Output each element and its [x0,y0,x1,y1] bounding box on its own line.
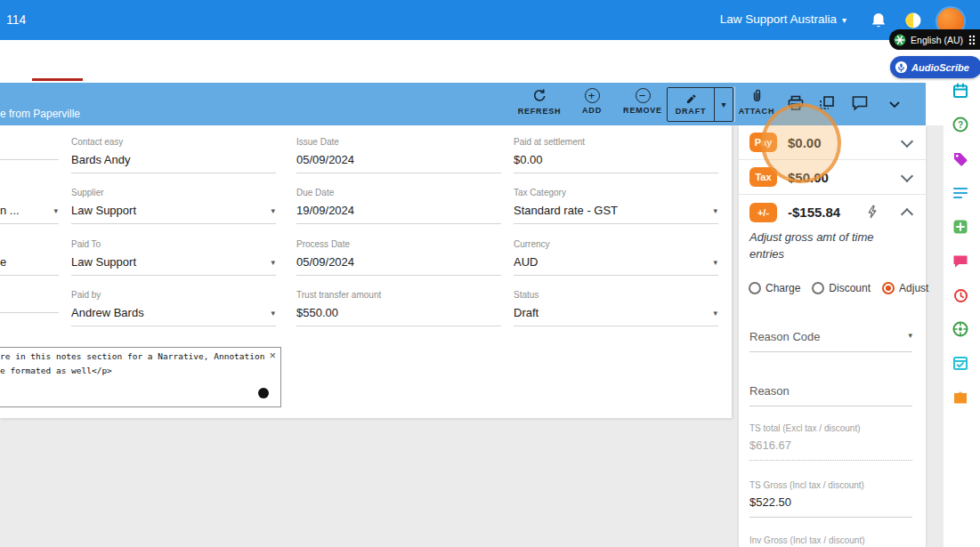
field-value[interactable]: Bards Andy [71,149,276,173]
adjustment-badge: +/- [749,203,777,222]
field-value[interactable]: Law Support ▾ [71,252,276,276]
draft-status-button[interactable]: DRAFT [668,88,714,121]
field-value[interactable]: $0.00 [514,149,718,173]
ts-total-field: TS total (Excl tax / discount) $616.67 [749,423,912,461]
add-button[interactable]: + ADD [575,88,609,115]
field-label: Paid To [71,239,276,252]
calendar-icon[interactable] [952,82,969,100]
field-label: Due Date [296,188,501,200]
radio-charge[interactable]: Charge [749,282,800,294]
field-value[interactable]: AUD ▾ [514,252,718,276]
field-cut-3: e [0,239,59,276]
history-icon[interactable] [952,286,969,304]
field-value[interactable] [0,302,59,313]
field-due-date: Due Date 19/09/2024 [296,188,501,224]
language-label: English (AU) [911,35,963,45]
radio-discount[interactable]: Discount [812,282,871,294]
attach-label: ATTACH [739,107,774,116]
field-process-date: Process Date 05/09/2024 [296,239,501,276]
chevron-down-icon: ▾ [721,100,725,109]
refresh-button[interactable]: REFRESH [514,88,564,116]
drag-grid-icon[interactable] [968,34,976,46]
notes-lines-icon[interactable] [952,184,969,202]
dropdown-caret-icon: ▾ [271,309,275,318]
attach-button[interactable]: ATTACH [736,88,777,116]
theme-toggle-moon-icon[interactable] [904,12,922,29]
dropdown-caret-icon: ▾ [713,258,717,267]
adjustment-summary-row[interactable]: +/- -$155.84 [739,195,926,229]
field-cut-2: n ... ▾ [0,188,59,224]
field-value[interactable] [0,149,59,160]
field-value[interactable]: Andrew Bards ▾ [71,302,276,326]
audioscribe-button[interactable]: AudioScribe [890,56,980,78]
app-root: NEW DETAIL e from Paperville REFRESH + A… [0,0,980,547]
reason-code-value[interactable]: Reason Code ▾ [749,330,912,352]
refresh-label: REFRESH [518,107,562,116]
refresh-icon [531,88,547,104]
field-trust-transfer-amount: Trust transfer amount $550.00 [296,290,501,326]
draft-status-split-button[interactable]: DRAFT ▾ [667,87,733,122]
tax-summary-row[interactable]: Tax $50.00 [739,160,926,195]
adjustment-amount: -$155.84 [788,205,840,220]
field-value[interactable]: $550.00 [296,302,501,326]
flip-to-front-icon[interactable] [818,94,836,112]
ts-total-value: $616.67 [749,438,912,461]
flash-icon[interactable] [865,205,879,219]
print-icon[interactable] [787,94,805,112]
radio-icon [749,282,761,294]
notes-editor[interactable]: re in this notes section for a Narrative… [0,347,281,407]
reason-value[interactable]: Reason [749,384,912,406]
notes-line-1: re in this notes section for a Narrative… [0,348,280,362]
field-label [0,290,59,302]
pay-amount: $0.00 [788,135,822,150]
field-paid-by: Paid by Andrew Bards ▾ [71,290,276,326]
resize-handle-dot[interactable] [258,388,269,398]
help-icon[interactable]: ? [952,116,969,133]
remove-icon: − [636,88,651,103]
field-value[interactable]: 05/09/2024 [296,252,501,276]
field-value[interactable]: 19/09/2024 [296,200,501,224]
field-value[interactable]: Law Support ▾ [71,200,276,224]
close-icon[interactable]: × [269,350,276,362]
schedule-check-icon[interactable] [952,354,969,372]
field-status: Status Draft ▾ [514,290,718,326]
field-label: Trust transfer amount [296,290,501,302]
field-value[interactable]: Standard rate - GST ▾ [514,200,718,224]
radio-label: Discount [829,282,871,294]
language-selector[interactable]: English (AU) [889,29,980,50]
comment-icon[interactable] [851,94,869,112]
field-label [0,188,59,200]
field-issue-date: Issue Date 05/09/2024 [296,137,501,173]
org-selector[interactable]: Law Support Australia▾ [720,12,846,26]
support-wheel-icon[interactable] [952,320,969,338]
chevron-up-icon [901,208,913,221]
field-label: Process Date [296,239,501,252]
field-value[interactable]: Draft ▾ [514,302,718,326]
top-app-bar: 114 Law Support Australia▾ [0,0,980,40]
notifications-bell-icon[interactable] [870,12,887,29]
audioscribe-label: AudioScribe [911,62,969,73]
field-value[interactable]: 05/09/2024 [296,149,501,173]
briefcase-icon[interactable] [952,389,969,406]
field-label: Contact easy [71,137,276,149]
field-value[interactable]: e [0,252,59,276]
chat-icon[interactable] [952,253,969,270]
field-value[interactable]: n ... ▾ [0,200,59,224]
draft-dropdown-toggle[interactable]: ▾ [714,88,733,121]
field-paid-to: Paid To Law Support ▾ [71,239,276,276]
ts-gross-value[interactable]: $522.50 [749,495,912,518]
add-task-icon[interactable] [952,218,969,236]
remove-button[interactable]: − REMOVE [620,88,665,115]
dropdown-caret-icon: ▾ [53,206,58,215]
field-currency: Currency AUD ▾ [514,239,718,276]
radio-adjust[interactable]: Adjust [882,282,928,294]
pay-summary-row[interactable]: Pay $0.00 [739,125,926,160]
ts-total-label: TS total (Excl tax / discount) [749,423,912,433]
field-label: Currency [514,239,718,252]
collapse-toolbar-chevron-icon[interactable] [886,96,903,114]
tag-icon[interactable] [952,150,969,168]
remove-label: REMOVE [623,106,662,115]
reason-input: Reason [749,384,912,406]
reason-code-select: Reason Code ▾ [749,330,912,352]
radio-icon [812,282,824,294]
